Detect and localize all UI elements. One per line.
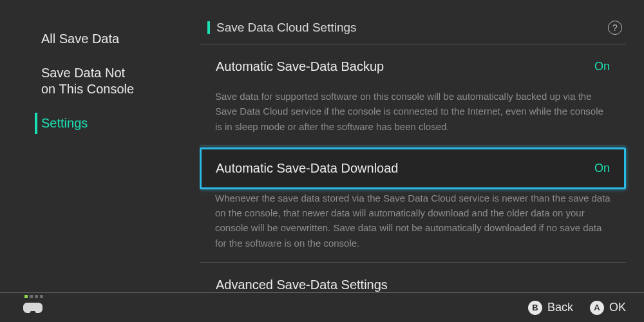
setting-advanced: Advanced Save-Data Settings [200,263,626,292]
footer-hints: B Back A OK [528,301,626,315]
sidebar-item-settings[interactable]: Settings [0,106,200,140]
hint-back[interactable]: B Back [528,301,573,315]
setting-value: On [594,162,610,175]
setting-description: Save data for supported software on this… [200,89,626,146]
sidebar-item-label: Settings [41,116,88,130]
accent-bar [207,21,210,34]
controller-indicator [23,301,43,314]
footer: B Back A OK [0,292,644,322]
section-header: Save Data Cloud Settings ? [200,0,626,44]
sidebar: All Save Data Save Data Noton This Conso… [0,0,200,292]
player-dots [24,295,43,298]
content-pane: Save Data Cloud Settings ? Automatic Sav… [200,0,644,292]
setting-description: Whenever the save data stored via the Sa… [200,191,626,262]
a-button-icon: A [590,301,604,315]
sidebar-item-all-save-data[interactable]: All Save Data [0,22,200,56]
hint-label: Back [547,301,573,314]
section-title-text: Save Data Cloud Settings [216,21,357,35]
setting-auto-backup: Automatic Save-Data Backup On Save data … [200,44,626,146]
b-button-icon: B [528,301,542,315]
sidebar-item-label: Save Data Noton This Console [41,66,134,96]
setting-label: Automatic Save-Data Download [216,161,398,176]
setting-auto-download: Automatic Save-Data Download On Whenever… [200,146,626,263]
controller-icon [23,301,43,314]
setting-row-auto-backup[interactable]: Automatic Save-Data Backup On [200,46,626,88]
help-icon[interactable]: ? [608,21,622,35]
setting-label: Advanced Save-Data Settings [216,278,388,292]
hint-label: OK [609,301,626,314]
setting-value: On [594,60,610,73]
setting-row-auto-download[interactable]: Automatic Save-Data Download On [200,147,626,189]
sidebar-item-not-on-console[interactable]: Save Data Noton This Console [0,56,200,106]
setting-row-advanced[interactable]: Advanced Save-Data Settings [200,264,626,292]
help-glyph: ? [612,23,618,33]
section-title: Save Data Cloud Settings [207,21,357,35]
sidebar-item-label: All Save Data [41,32,119,46]
setting-label: Automatic Save-Data Backup [216,59,384,74]
hint-ok[interactable]: A OK [590,301,626,315]
